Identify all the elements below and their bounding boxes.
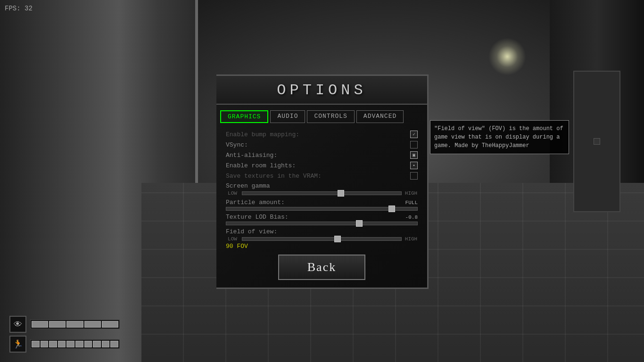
room-lights-label: Enable room lights: xyxy=(226,162,410,169)
room-lights-checkbox[interactable]: ▪ xyxy=(410,162,418,169)
setting-room-lights: Enable room lights: ▪ xyxy=(226,162,418,169)
fov-current-value: 90 FOV xyxy=(226,243,418,250)
ceiling-light xyxy=(488,38,526,75)
save-textures-checkbox[interactable] xyxy=(410,172,418,180)
particle-amount-header: Particle amount: FULL xyxy=(226,199,418,206)
stamina-bar xyxy=(30,339,120,349)
vision-seg-4 xyxy=(84,321,101,328)
vision-seg-2 xyxy=(49,321,66,328)
stamina-seg-6 xyxy=(75,341,83,347)
options-panel: OPTIONS GRAPHICS AUDIO CONTROLS ADVANCED… xyxy=(216,74,429,289)
hud-bottom: 👁 🏃 xyxy=(9,316,120,353)
stamina-seg-9 xyxy=(102,341,110,347)
hud-stamina-row: 🏃 xyxy=(9,336,120,353)
screen-gamma-header: Screen gamma xyxy=(226,182,418,189)
bump-mapping-label: Enable bump mapping: xyxy=(226,131,410,138)
stamina-bar-segments xyxy=(31,340,119,348)
anti-aliasing-checkbox[interactable]: ▣ xyxy=(410,151,418,159)
slider-texture-lod: Texture LOD Bias: -0.8 xyxy=(226,214,418,225)
save-textures-label: Save textures in the VRAM: xyxy=(226,173,410,180)
tab-graphics[interactable]: GRAPHICS xyxy=(220,110,268,123)
stamina-seg-7 xyxy=(84,341,92,347)
screen-gamma-track-area: LOW HIGH xyxy=(226,190,418,196)
fps-counter: FPS: 32 xyxy=(5,5,33,12)
stamina-seg-8 xyxy=(93,341,101,347)
tooltip-text: "Field of view" (FOV) is the amount of g… xyxy=(434,125,563,149)
setting-save-textures: Save textures in the VRAM: xyxy=(226,172,418,180)
screen-gamma-track[interactable] xyxy=(242,191,402,195)
vsync-checkbox[interactable] xyxy=(410,141,418,148)
texture-lod-header: Texture LOD Bias: -0.8 xyxy=(226,214,418,221)
stamina-seg-1 xyxy=(32,341,40,347)
options-title: OPTIONS xyxy=(216,76,427,105)
particle-amount-label: Particle amount: xyxy=(226,199,399,206)
hud-vision-row: 👁 xyxy=(9,316,120,333)
slider-particle-amount: Particle amount: FULL xyxy=(226,199,418,211)
back-button[interactable]: Back xyxy=(278,255,365,280)
stamina-seg-5 xyxy=(66,341,74,347)
particle-amount-track-area xyxy=(226,207,418,211)
screen-gamma-high: HIGH xyxy=(405,190,418,196)
door-right xyxy=(573,71,620,212)
texture-lod-label: Texture LOD Bias: xyxy=(226,214,399,221)
vsync-label: VSync: xyxy=(226,141,410,148)
fov-high: HIGH xyxy=(405,236,418,242)
anti-aliasing-label: Anti-aliasing: xyxy=(226,152,410,159)
vision-seg-1 xyxy=(32,321,48,328)
fov-track-area: LOW HIGH xyxy=(226,236,418,242)
fov-track[interactable] xyxy=(242,237,402,241)
stamina-icon: 🏃 xyxy=(9,336,26,353)
fov-low: LOW xyxy=(226,236,239,242)
vision-bar xyxy=(30,320,120,329)
slider-fov: Field of view: LOW HIGH 90 FOV xyxy=(226,228,418,250)
texture-lod-track-area xyxy=(226,222,418,225)
particle-amount-track[interactable] xyxy=(226,207,418,211)
fov-label: Field of view: xyxy=(226,228,418,235)
vision-seg-3 xyxy=(66,321,83,328)
setting-bump-mapping: Enable bump mapping: ✓ xyxy=(226,131,418,138)
tab-advanced[interactable]: ADVANCED xyxy=(356,110,404,123)
particle-amount-value: FULL xyxy=(399,200,418,206)
screen-gamma-low: LOW xyxy=(226,190,239,196)
vision-bar-segments xyxy=(31,320,119,329)
stamina-seg-10 xyxy=(110,341,118,347)
tab-audio[interactable]: AUDIO xyxy=(270,110,305,123)
settings-area: Enable bump mapping: ✓ VSync: Anti-alias… xyxy=(216,123,427,285)
vision-icon: 👁 xyxy=(9,316,26,333)
tab-bar: GRAPHICS AUDIO CONTROLS ADVANCED xyxy=(216,105,427,123)
tooltip-panel: "Field of view" (FOV) is the amount of g… xyxy=(430,120,569,154)
vision-seg-5 xyxy=(102,321,118,328)
stamina-seg-4 xyxy=(58,341,66,347)
tab-controls[interactable]: CONTROLS xyxy=(307,110,354,123)
slider-screen-gamma: Screen gamma LOW HIGH xyxy=(226,182,418,196)
setting-anti-aliasing: Anti-aliasing: ▣ xyxy=(226,151,418,159)
stamina-seg-2 xyxy=(41,341,49,347)
setting-vsync: VSync: xyxy=(226,141,418,148)
texture-lod-track[interactable] xyxy=(226,222,418,225)
texture-lod-value: -0.8 xyxy=(399,214,418,220)
stamina-seg-3 xyxy=(49,341,57,347)
fov-header: Field of view: xyxy=(226,228,418,235)
screen-gamma-label: Screen gamma xyxy=(226,182,418,189)
bump-mapping-checkbox[interactable]: ✓ xyxy=(410,131,418,138)
